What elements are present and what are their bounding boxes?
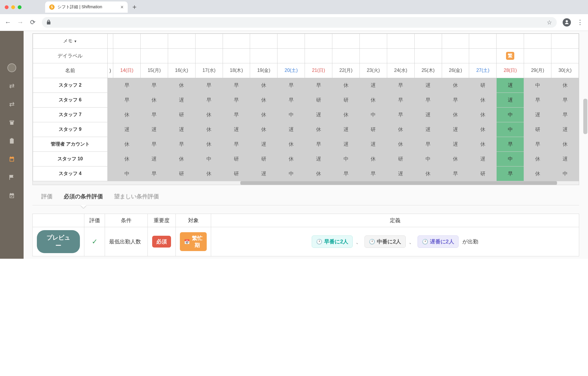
- shift-cell[interactable]: 中: [497, 152, 524, 166]
- shift-cell[interactable]: 早: [195, 78, 223, 93]
- memo-cell[interactable]: [277, 34, 305, 49]
- shift-cell[interactable]: 遅: [168, 93, 195, 108]
- shift-cell[interactable]: 遅: [442, 122, 469, 137]
- shift-cell[interactable]: 遅: [551, 122, 579, 137]
- shift-cell[interactable]: 休: [305, 122, 332, 137]
- shift-cell[interactable]: 遅: [497, 93, 524, 108]
- shift-cell[interactable]: 研: [250, 152, 277, 166]
- shift-cell[interactable]: [107, 78, 113, 93]
- shift-cell[interactable]: 休: [277, 152, 305, 166]
- shift-cell[interactable]: 休: [195, 108, 223, 122]
- shift-cell[interactable]: 遅: [305, 152, 332, 166]
- shift-cell[interactable]: 遅: [250, 137, 277, 152]
- shift-cell[interactable]: 休: [113, 137, 141, 152]
- date-header[interactable]: 19(金): [250, 63, 277, 78]
- date-header[interactable]: ): [107, 63, 113, 78]
- shift-cell[interactable]: 早: [524, 137, 551, 152]
- memo-cell[interactable]: [140, 34, 168, 49]
- memo-cell[interactable]: [195, 34, 223, 49]
- shift-cell[interactable]: 休: [359, 93, 387, 108]
- tab-required[interactable]: 必須の条件評価: [64, 193, 103, 205]
- shift-cell[interactable]: 研: [223, 166, 250, 181]
- shift-cell[interactable]: 休: [469, 137, 497, 152]
- shift-cell[interactable]: 休: [168, 152, 195, 166]
- url-bar[interactable]: ☆: [42, 17, 557, 28]
- shift-cell[interactable]: 休: [551, 137, 579, 152]
- sidebar-clipboard-icon[interactable]: [7, 136, 16, 145]
- shift-cell[interactable]: 休: [140, 93, 168, 108]
- date-header[interactable]: 28(日): [497, 63, 524, 78]
- shift-cell[interactable]: [107, 166, 113, 181]
- shift-cell[interactable]: 中: [497, 122, 524, 137]
- shift-cell[interactable]: 休: [250, 93, 277, 108]
- date-header[interactable]: 30(火): [551, 63, 579, 78]
- date-header[interactable]: 16(火): [168, 63, 195, 78]
- shift-cell[interactable]: 休: [469, 108, 497, 122]
- shift-cell[interactable]: 遅: [551, 152, 579, 166]
- sidebar-swap2-icon[interactable]: ⇄: [7, 100, 16, 109]
- shift-cell[interactable]: 中: [277, 166, 305, 181]
- shift-cell[interactable]: 中: [497, 108, 524, 122]
- shift-cell[interactable]: 研: [168, 108, 195, 122]
- staff-name[interactable]: スタッフ 4: [33, 166, 108, 181]
- shift-cell[interactable]: 早: [140, 78, 168, 93]
- shift-cell[interactable]: 中: [113, 166, 141, 181]
- date-header[interactable]: 20(土): [277, 63, 305, 78]
- shift-cell[interactable]: 早: [497, 137, 524, 152]
- shift-cell[interactable]: 遅: [250, 166, 277, 181]
- shift-cell[interactable]: 研: [524, 122, 551, 137]
- date-header[interactable]: 26(金): [442, 63, 469, 78]
- reload-button[interactable]: ⟳: [29, 19, 36, 26]
- date-header[interactable]: 24(水): [387, 63, 414, 78]
- memo-cell[interactable]: [442, 34, 469, 49]
- date-header[interactable]: 21(日): [305, 63, 332, 78]
- shift-cell[interactable]: 研: [223, 152, 250, 166]
- daylabel-cell[interactable]: [305, 49, 332, 63]
- date-header[interactable]: 17(水): [195, 63, 223, 78]
- shift-cell[interactable]: 早: [140, 166, 168, 181]
- shift-cell[interactable]: 休: [195, 166, 223, 181]
- date-header[interactable]: 29(月): [524, 63, 551, 78]
- preview-button[interactable]: プレビュー: [37, 230, 80, 253]
- shift-cell[interactable]: 早: [305, 137, 332, 152]
- new-tab-button[interactable]: +: [132, 3, 137, 11]
- staff-name[interactable]: スタッフ 10: [33, 152, 108, 166]
- shift-cell[interactable]: 休: [442, 152, 469, 166]
- kebab-menu-icon[interactable]: ⋮: [577, 19, 583, 26]
- shift-cell[interactable]: 遅: [140, 122, 168, 137]
- shift-cell[interactable]: 遅: [332, 137, 360, 152]
- daylabel-cell[interactable]: [223, 49, 250, 63]
- browser-tab[interactable]: S シフト詳細 | Shiftmation ×: [45, 1, 128, 13]
- shift-cell[interactable]: 早: [387, 78, 414, 93]
- shift-cell[interactable]: 休: [332, 78, 360, 93]
- shift-cell[interactable]: [107, 122, 113, 137]
- daylabel-cell[interactable]: [250, 49, 277, 63]
- shift-cell[interactable]: 早: [223, 108, 250, 122]
- tab-summary[interactable]: 評価: [41, 193, 52, 205]
- sidebar-store-icon[interactable]: [7, 118, 16, 127]
- sidebar-cal-check-icon[interactable]: [7, 191, 16, 200]
- shift-cell[interactable]: 休: [414, 166, 442, 181]
- shift-cell[interactable]: 休: [332, 108, 360, 122]
- shift-cell[interactable]: 早: [305, 78, 332, 93]
- memo-cell[interactable]: [223, 34, 250, 49]
- daylabel-cell[interactable]: [140, 49, 168, 63]
- shift-cell[interactable]: 早: [223, 78, 250, 93]
- shift-cell[interactable]: 中: [277, 108, 305, 122]
- daylabel-cell[interactable]: [524, 49, 551, 63]
- shift-cell[interactable]: 休: [195, 137, 223, 152]
- shift-cell[interactable]: 遅: [387, 166, 414, 181]
- shift-cell[interactable]: 早: [551, 93, 579, 108]
- shift-cell[interactable]: 休: [442, 108, 469, 122]
- shift-cell[interactable]: 休: [250, 108, 277, 122]
- shift-cell[interactable]: [107, 108, 113, 122]
- profile-icon[interactable]: [563, 18, 571, 27]
- shift-cell[interactable]: 遅: [442, 137, 469, 152]
- sidebar-avatar-icon[interactable]: [7, 63, 16, 72]
- shift-cell[interactable]: 早: [113, 78, 141, 93]
- daylabel-cell[interactable]: [277, 49, 305, 63]
- memo-header[interactable]: メモ▼: [33, 34, 108, 49]
- shift-cell[interactable]: 遅: [223, 122, 250, 137]
- memo-cell[interactable]: [551, 34, 579, 49]
- shift-cell[interactable]: 早: [277, 78, 305, 93]
